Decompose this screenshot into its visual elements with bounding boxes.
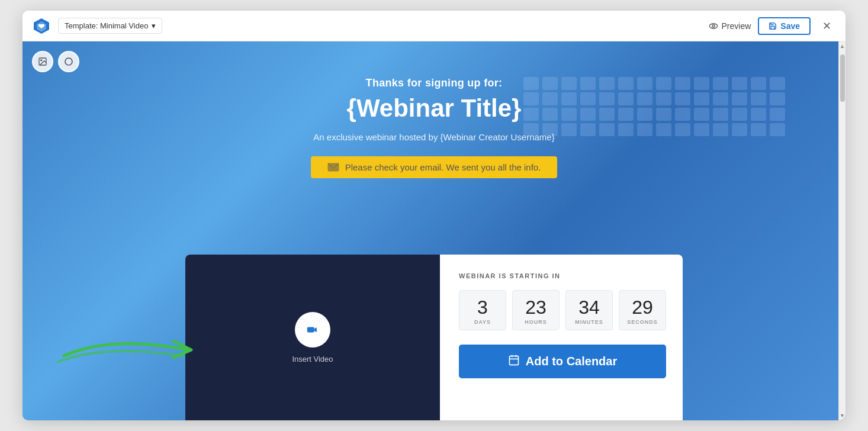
calendar-icon xyxy=(508,354,520,369)
image-icon xyxy=(38,57,47,66)
image-tool-button[interactable] xyxy=(32,51,53,72)
overlay-tools xyxy=(32,51,79,72)
main-window: Template: Minimal Video ▾ Preview xyxy=(22,11,846,420)
video-play-button[interactable] xyxy=(295,312,330,348)
video-section: Insert Video xyxy=(185,255,440,420)
close-button[interactable]: ✕ xyxy=(818,17,836,35)
email-bar-text: Please check your email. We sent you all… xyxy=(345,162,541,172)
preview-button[interactable]: Preview xyxy=(709,21,751,31)
calendar-svg-icon xyxy=(508,354,520,366)
scrollbar-down-arrow[interactable]: ▼ xyxy=(839,411,846,420)
circle-tool-button[interactable] xyxy=(58,51,79,72)
webinar-starting-label: WEBINAR IS STARTING IN xyxy=(459,272,666,279)
preview-label: Preview xyxy=(722,21,751,31)
countdown-days-number: 3 xyxy=(477,298,488,317)
countdown-minutes-label: MINUTES xyxy=(575,319,603,325)
svg-rect-9 xyxy=(509,356,518,365)
insert-video-label: Insert Video xyxy=(292,355,333,364)
save-label: Save xyxy=(780,21,800,31)
countdown-tile-hours: 23 HOURS xyxy=(512,290,560,330)
countdown-tile-days: 3 DAYS xyxy=(459,290,506,330)
svg-point-2 xyxy=(709,24,717,28)
template-selector[interactable]: Template: Minimal Video ▾ xyxy=(58,18,162,34)
countdown-tile-seconds: 29 SECONDS xyxy=(619,290,666,330)
topbar-left: Template: Minimal Video ▾ xyxy=(32,17,162,36)
green-arrow xyxy=(52,323,206,373)
hero-subtitle: Thanks for signing up for: xyxy=(22,77,846,89)
countdown-minutes-number: 34 xyxy=(578,298,600,317)
hero-hosted-by: An exclusive webinar hosted by {Webinar … xyxy=(22,132,846,142)
video-camera-icon xyxy=(306,323,319,336)
email-notification-bar[interactable]: Please check your email. We sent you all… xyxy=(311,156,558,178)
topbar: Template: Minimal Video ▾ Preview xyxy=(22,11,846,41)
hero-section: Thanks for signing up for: {Webinar Titl… xyxy=(22,41,846,178)
bottom-card: Insert Video WEBINAR IS STARTING IN 3 DA… xyxy=(185,255,683,420)
countdown-section: WEBINAR IS STARTING IN 3 DAYS 23 HOURS 3… xyxy=(440,255,683,420)
countdown-hours-label: HOURS xyxy=(525,319,547,325)
add-calendar-label: Add to Calendar xyxy=(526,355,617,368)
countdown-hours-number: 23 xyxy=(525,298,546,317)
eye-icon xyxy=(709,21,718,31)
content-area: Thanks for signing up for: {Webinar Titl… xyxy=(22,41,846,420)
save-button[interactable]: Save xyxy=(758,17,811,35)
svg-rect-8 xyxy=(307,327,314,332)
svg-point-3 xyxy=(712,25,715,27)
countdown-seconds-number: 29 xyxy=(632,298,653,317)
countdown-days-label: DAYS xyxy=(474,319,491,325)
countdown-seconds-label: SECONDS xyxy=(627,319,658,325)
chevron-down-icon: ▾ xyxy=(152,21,156,30)
hero-title: {Webinar Title} xyxy=(22,94,846,123)
add-to-calendar-button[interactable]: Add to Calendar xyxy=(459,345,666,378)
topbar-right: Preview Save ✕ xyxy=(709,17,837,35)
svg-point-6 xyxy=(65,58,72,65)
circle-icon xyxy=(64,57,73,66)
app-logo xyxy=(32,17,51,36)
countdown-tile-minutes: 34 MINUTES xyxy=(565,290,613,330)
countdown-tiles: 3 DAYS 23 HOURS 34 MINUTES 29 xyxy=(459,290,666,330)
email-icon xyxy=(327,163,339,172)
save-icon xyxy=(769,22,777,30)
svg-point-5 xyxy=(41,60,42,61)
template-label: Template: Minimal Video xyxy=(65,21,148,30)
